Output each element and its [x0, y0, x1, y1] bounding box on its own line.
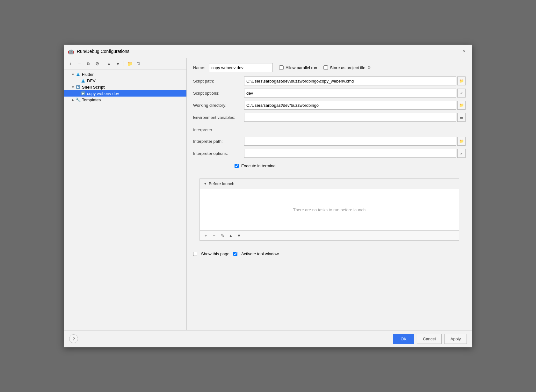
interpreter-options-label: Interpreter options:: [193, 151, 244, 156]
flutter-chevron: ▼: [70, 72, 76, 77]
shell-script-icon: ▶: [76, 84, 81, 90]
ok-button[interactable]: OK: [393, 334, 414, 344]
interpreter-divider: Interpreter: [193, 127, 466, 132]
folder-button[interactable]: 📁: [126, 60, 134, 68]
title-bar-left: 🤖 Run/Debug Configurations: [68, 48, 129, 54]
tree-item-shell-script[interactable]: ▼ ▶ Shell Script: [64, 84, 186, 90]
interpreter-path-input[interactable]: [244, 137, 456, 146]
before-launch-up-button[interactable]: ▲: [227, 232, 234, 239]
tree-item-copy-webenv-dev[interactable]: ▶ copy webenv dev: [64, 90, 186, 97]
copy-webenv-chevron: [76, 91, 81, 96]
env-vars-browse-button[interactable]: ☰: [457, 113, 466, 122]
move-up-button[interactable]: ▲: [105, 60, 113, 68]
show-page-checkbox[interactable]: [193, 252, 197, 256]
env-vars-input[interactable]: [244, 113, 456, 122]
interpreter-path-row: Interpreter path: 📁: [193, 137, 466, 146]
before-launch-section: ▼ Before launch There are no tasks to ru…: [199, 178, 459, 241]
dev-icon: [81, 78, 86, 83]
left-panel: + − ⧉ ⚙ ▲ ▼ 📁 ⇅ ▼: [64, 58, 187, 330]
allow-parallel-wrap: Allow parallel run: [279, 65, 317, 70]
interpreter-options-input[interactable]: [244, 149, 456, 158]
interpreter-options-expand-button[interactable]: ⤢: [457, 149, 466, 158]
svg-text:▶: ▶: [77, 86, 79, 89]
cancel-button[interactable]: Cancel: [417, 334, 442, 344]
apply-button[interactable]: Apply: [444, 334, 467, 344]
before-launch-title: Before launch: [209, 181, 234, 186]
tree-item-dev[interactable]: DEV: [64, 77, 186, 84]
dev-label: DEV: [87, 78, 96, 83]
activate-window-checkbox[interactable]: [233, 252, 237, 256]
execute-terminal-label: Execute in terminal: [241, 163, 277, 168]
interpreter-section-line: [215, 130, 466, 130]
name-wrap: Name:: [193, 63, 273, 72]
shell-script-label: Shell Script: [82, 85, 105, 90]
tree-item-flutter[interactable]: ▼ Flutter: [64, 71, 186, 77]
before-launch-collapse-icon[interactable]: ▼: [204, 182, 207, 185]
store-project-checkbox[interactable]: [323, 65, 328, 70]
title-bar: 🤖 Run/Debug Configurations ×: [64, 45, 472, 58]
interpreter-section-label: Interpreter: [193, 127, 212, 132]
name-row: Name: Allow parallel run Store as projec…: [193, 63, 466, 72]
activate-window-label: Activate tool window: [241, 251, 279, 256]
toolbar-separator-2: [124, 61, 124, 66]
help-button[interactable]: ?: [69, 334, 78, 343]
script-options-wrap: ⤢: [244, 89, 466, 98]
flutter-label: Flutter: [82, 72, 94, 77]
execute-terminal-row: Execute in terminal: [235, 163, 466, 168]
working-dir-label: Working directory:: [193, 103, 244, 108]
sort-button[interactable]: ⇅: [135, 60, 142, 68]
interpreter-path-label: Interpreter path:: [193, 139, 244, 144]
footer-left: ?: [69, 334, 78, 343]
script-path-browse-button[interactable]: 📁: [457, 76, 466, 85]
working-dir-row: Working directory: 📁: [193, 101, 466, 110]
interpreter-options-row: Interpreter options: ⤢: [193, 149, 466, 158]
before-launch-wrapper: ▼ Before launch There are no tasks to ru…: [187, 178, 472, 249]
templates-chevron: ▶: [70, 97, 76, 102]
android-icon: 🤖: [68, 48, 74, 54]
store-project-label: Store as project file: [330, 65, 365, 70]
before-launch-add-button[interactable]: +: [202, 232, 209, 239]
before-launch-empty-text: There are no tasks to run before launch: [293, 207, 366, 212]
interpreter-options-wrap: ⤢: [244, 149, 466, 158]
script-path-input[interactable]: [244, 76, 456, 85]
close-button[interactable]: ×: [460, 47, 468, 55]
script-path-row: Script path: 📁: [193, 76, 466, 85]
remove-config-button[interactable]: −: [76, 60, 83, 68]
name-label: Name:: [193, 65, 205, 70]
before-launch-header: ▼ Before launch: [200, 179, 459, 189]
script-options-row: Script options: ⤢: [193, 89, 466, 98]
working-dir-input[interactable]: [244, 101, 456, 110]
interpreter-path-wrap: 📁: [244, 137, 466, 146]
before-launch-down-button[interactable]: ▼: [235, 232, 243, 239]
footer-right: OK Cancel Apply: [393, 334, 467, 344]
name-input[interactable]: [209, 63, 273, 72]
execute-terminal-checkbox[interactable]: [235, 164, 239, 168]
templates-icon: 🔧: [76, 97, 81, 102]
allow-parallel-label: Allow parallel run: [286, 65, 317, 70]
main-content: + − ⧉ ⚙ ▲ ▼ 📁 ⇅ ▼: [64, 58, 472, 330]
shell-chevron: ▼: [70, 84, 76, 90]
interpreter-path-browse-button[interactable]: 📁: [457, 137, 466, 146]
allow-parallel-checkbox[interactable]: [279, 65, 284, 70]
form-area: Name: Allow parallel run Store as projec…: [187, 58, 472, 178]
dialog-title: Run/Debug Configurations: [77, 49, 129, 54]
config-tree: ▼ Flutter: [64, 70, 186, 330]
store-project-gear-icon: ⚙: [367, 65, 371, 70]
svg-text:▶: ▶: [82, 92, 84, 95]
before-launch-toolbar: + − ✎ ▲ ▼: [200, 230, 459, 240]
move-down-button[interactable]: ▼: [114, 60, 122, 68]
env-vars-label: Environment variables:: [193, 115, 244, 120]
working-dir-browse-button[interactable]: 📁: [457, 101, 466, 110]
script-options-input[interactable]: [244, 89, 456, 98]
script-options-expand-button[interactable]: ⤢: [457, 89, 466, 98]
dev-chevron: [76, 78, 81, 83]
tree-item-templates[interactable]: ▶ 🔧 Templates: [64, 97, 186, 103]
settings-button[interactable]: ⚙: [93, 60, 101, 68]
run-debug-dialog: 🤖 Run/Debug Configurations × + − ⧉ ⚙ ▲ ▼…: [64, 45, 472, 347]
copy-config-button[interactable]: ⧉: [84, 60, 92, 68]
script-path-label: Script path:: [193, 79, 244, 83]
before-launch-remove-button[interactable]: −: [211, 232, 218, 239]
add-config-button[interactable]: +: [67, 60, 74, 68]
before-launch-edit-button[interactable]: ✎: [219, 232, 226, 239]
toolbar-separator: [103, 61, 103, 66]
